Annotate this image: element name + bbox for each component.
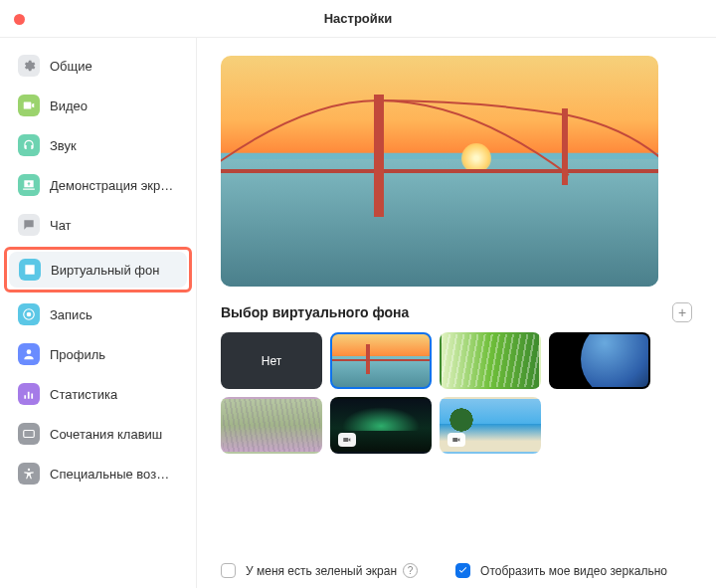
sidebar-item-label: Звук [50,138,77,153]
sidebar-item-label: Общие [50,59,92,74]
add-background-button[interactable]: + [672,302,692,322]
sidebar-item-screenshare[interactable]: Демонстрация экр… [8,167,188,203]
sidebar-item-vbg[interactable]: Виртуальный фон [9,252,187,288]
tutorial-highlight: Виртуальный фон [4,247,192,293]
virtual-bg-icon [19,259,41,281]
svg-point-2 [27,349,32,354]
footer-options: У меня есть зеленый экран ? Отобразить м… [221,547,692,578]
bg-thumb-beach[interactable] [440,397,541,454]
sidebar-item-label: Специальные возм… [50,467,178,482]
section-title: Выбор виртуального фона [221,304,409,320]
video-badge-icon [338,433,356,447]
screen-share-icon [18,174,40,196]
bg-thumb-none[interactable]: Нет [221,332,322,389]
sidebar-item-label: Профиль [50,347,105,362]
sidebar-item-label: Запись [50,307,92,322]
svg-rect-3 [24,431,35,438]
sidebar-item-audio[interactable]: Звук [8,127,188,163]
bg-thumb-bridge[interactable] [330,332,432,389]
sidebar-item-label: Видео [50,98,88,113]
content-pane: Выбор виртуального фона + Нет У меня ест… [197,38,716,588]
bg-thumb-grass[interactable] [440,332,541,389]
accessibility-icon [18,463,40,485]
sidebar-item-shortcuts[interactable]: Сочетания клавиш [8,416,188,452]
background-thumbnails: Нет [221,332,692,454]
stats-icon [18,383,40,405]
close-window-icon[interactable] [14,14,25,25]
headphones-icon [18,134,40,156]
sidebar-item-label: Сочетания клавиш [50,427,162,442]
bg-thumb-earth[interactable] [549,332,650,389]
sidebar-item-profile[interactable]: Профиль [8,336,188,372]
virtual-bg-preview [221,56,658,287]
sidebar-item-label: Чат [50,218,72,233]
record-icon [18,303,40,325]
bg-thumb-field[interactable] [221,397,322,454]
sidebar-item-stats[interactable]: Статистика [8,376,188,412]
keyboard-icon [18,423,40,445]
sidebar-item-label: Демонстрация экр… [50,178,173,193]
profile-icon [18,343,40,365]
mirror-video-label: Отобразить мое видео зеркально [480,564,667,578]
sidebar-item-label: Статистика [50,387,117,402]
window-title: Настройки [324,11,393,26]
titlebar: Настройки [0,0,716,38]
svg-point-1 [27,312,32,317]
sidebar-item-chat[interactable]: Чат [8,207,188,243]
video-icon [18,95,40,116]
bg-thumb-aurora[interactable] [330,397,432,454]
sidebar-item-label: Виртуальный фон [51,263,159,278]
sidebar-item-a11y[interactable]: Специальные возм… [8,456,188,491]
sidebar-item-recording[interactable]: Запись [8,296,188,332]
svg-point-4 [28,469,30,471]
sidebar-item-video[interactable]: Видео [8,88,188,123]
window-controls[interactable] [14,14,61,25]
gear-icon [18,55,40,77]
green-screen-label: У меня есть зеленый экран [246,564,397,578]
bg-thumb-label: Нет [223,334,320,387]
sidebar-item-general[interactable]: Общие [8,48,188,84]
help-icon[interactable]: ? [403,563,418,578]
green-screen-checkbox[interactable] [221,563,236,578]
mirror-video-checkbox[interactable] [455,563,470,578]
settings-sidebar: ОбщиеВидеоЗвукДемонстрация экр…ЧатВиртуа… [0,38,197,588]
chat-icon [18,214,40,236]
video-badge-icon [448,433,465,447]
